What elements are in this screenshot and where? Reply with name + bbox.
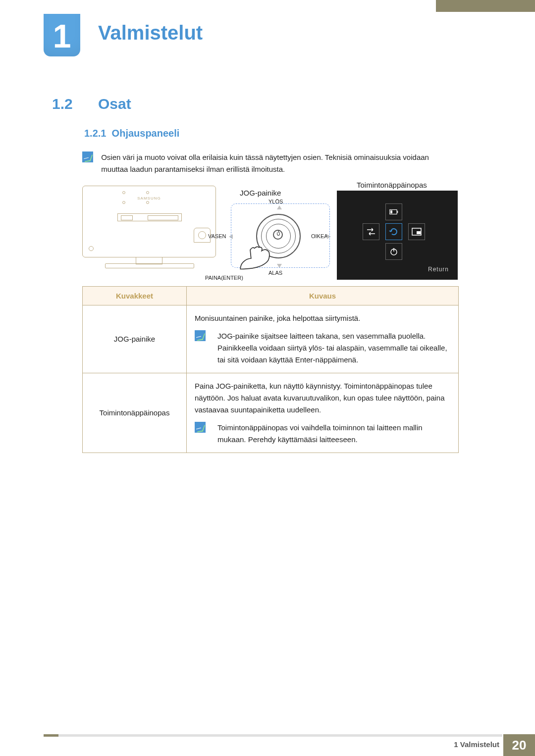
stand-base <box>105 263 194 268</box>
icons-description-table: Kuvakkeet Kuvaus JOG-painike Monisuuntai… <box>82 286 459 453</box>
note-block: Osien väri ja muoto voivat olla erilaisi… <box>82 151 459 175</box>
pip-icon <box>408 223 425 240</box>
hand-icon <box>238 245 281 272</box>
row-description: Monisuuntainen painike, joka helpottaa s… <box>195 312 450 324</box>
top-accent-bar <box>436 0 535 12</box>
jog-button-label: JOG-painike <box>240 189 281 197</box>
power-icon <box>277 232 280 236</box>
section-title: Osat <box>98 96 131 112</box>
chapter-title: Valmistelut <box>98 22 203 44</box>
led-indicator <box>89 246 94 251</box>
table-row: JOG-painike Monisuuntainen painike, joka… <box>83 305 459 373</box>
table-header-icons: Kuvakkeet <box>83 287 187 305</box>
monitor-back-illustration: SAMSUNG <box>82 186 216 257</box>
jog-enter-label: PAINA(ENTER) <box>205 275 243 281</box>
footer-chapter-label: 1 Valmistelut <box>454 740 499 749</box>
ports-illustration <box>117 213 182 221</box>
jog-left-label: VASEN <box>208 233 226 239</box>
jog-button-illustration <box>231 203 330 268</box>
row-note: Toimintonäppäinopas voi vaihdella toimin… <box>217 422 450 446</box>
note-icon <box>195 422 206 433</box>
return-label: Return <box>428 266 449 273</box>
svg-rect-2 <box>390 210 392 213</box>
section-number: 1.2 <box>52 96 73 112</box>
function-key-guide-panel: Return <box>337 191 458 280</box>
refresh-icon <box>385 223 402 240</box>
note-icon <box>195 330 206 341</box>
brand-label: SAMSUNG <box>83 196 215 201</box>
subsection-number: 1.2.1 <box>84 128 106 139</box>
note-text: Osien väri ja muoto voivat olla erilaisi… <box>101 151 453 175</box>
row-description: Paina JOG-painiketta, kun näyttö käynnis… <box>195 380 450 416</box>
svg-rect-1 <box>397 211 398 213</box>
subsection-heading: 1.2.1 Ohjauspaneeli <box>84 128 179 139</box>
control-panel-diagram: SAMSUNG JOG-painike YLÖS ALAS VASEN OIKE… <box>82 181 459 280</box>
row-note: JOG-painike sijaitsee laitteen takana, s… <box>217 330 450 366</box>
row-name: Toimintonäppäinopas <box>83 373 187 453</box>
row-name: JOG-painike <box>83 305 187 373</box>
power-icon <box>385 243 402 260</box>
note-icon <box>82 151 93 162</box>
row-desc-cell: Monisuuntainen painike, joka helpottaa s… <box>187 305 459 373</box>
battery-icon <box>385 203 402 220</box>
footer-rule <box>44 734 502 737</box>
subsection-title: Ohjauspaneeli <box>112 128 180 139</box>
svg-rect-4 <box>417 231 421 234</box>
footer-rule-accent <box>44 734 58 737</box>
chapter-number-tab: 1 <box>44 14 80 56</box>
page-footer: 1 Valmistelut 20 <box>0 734 535 756</box>
source-icon <box>363 223 379 240</box>
page-number: 20 <box>503 734 535 756</box>
function-key-guide-label: Toimintonäppäinopas <box>357 181 427 189</box>
table-row: Toimintonäppäinopas Paina JOG-painiketta… <box>83 373 459 453</box>
table-header-description: Kuvaus <box>187 287 459 305</box>
row-desc-cell: Paina JOG-painiketta, kun näyttö käynnis… <box>187 373 459 453</box>
